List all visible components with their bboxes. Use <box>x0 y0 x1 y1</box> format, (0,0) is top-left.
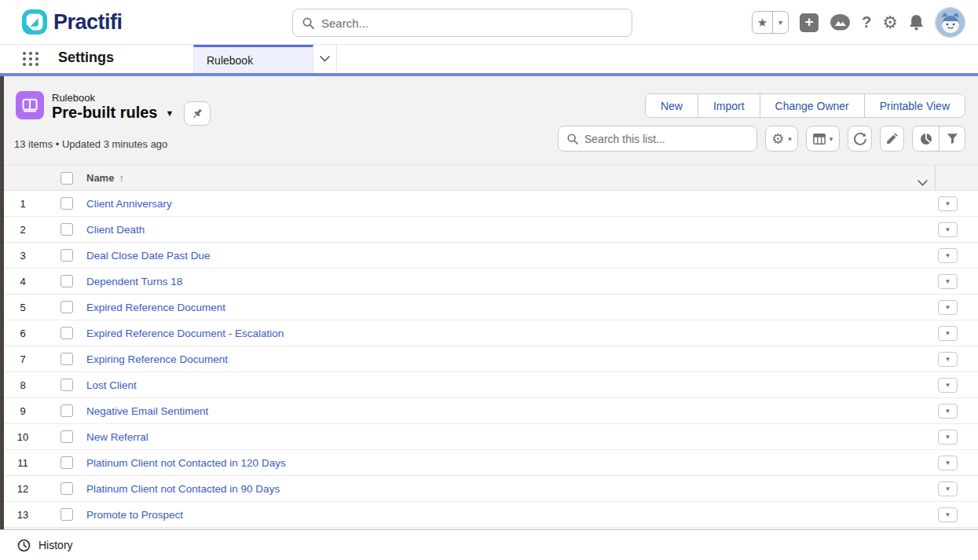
row-checkbox[interactable] <box>60 197 73 210</box>
row-checkbox[interactable] <box>60 275 73 287</box>
row-checkbox[interactable] <box>60 353 73 365</box>
global-search-input[interactable] <box>321 16 622 30</box>
import-button[interactable]: Import <box>698 94 760 117</box>
row-number: 12 <box>4 476 42 502</box>
display-as-button[interactable]: ▾ <box>806 126 840 152</box>
setup-gear-icon[interactable]: ⚙ <box>882 14 898 31</box>
refresh-icon <box>854 133 866 145</box>
list-search-input[interactable] <box>584 133 748 145</box>
row-checkbox[interactable] <box>60 327 73 339</box>
printable-view-button[interactable]: Printable View <box>864 94 965 117</box>
chevron-down-icon <box>320 56 330 62</box>
practifi-logo-icon <box>21 9 48 35</box>
row-actions-button[interactable]: ▼ <box>938 456 958 470</box>
notification-bell-icon[interactable] <box>909 14 924 31</box>
row-actions-button[interactable]: ▼ <box>938 481 958 496</box>
sort-ascending-arrow-icon: ↑ <box>119 172 124 184</box>
favorites-star-icon[interactable]: ★ <box>753 12 773 33</box>
column-header-name[interactable]: Name ↑ <box>86 172 124 184</box>
rule-link[interactable]: Lost Client <box>86 372 137 398</box>
column-options-button[interactable] <box>918 175 928 189</box>
rule-link[interactable]: Client Death <box>86 217 145 243</box>
chevron-down-icon: ▼ <box>945 279 951 285</box>
row-actions-button[interactable]: ▼ <box>938 196 958 211</box>
chevron-down-icon <box>918 180 928 186</box>
row-checkbox[interactable] <box>60 249 73 262</box>
pin-list-view-button[interactable] <box>184 101 211 126</box>
app-launcher-waffle-icon[interactable] <box>21 49 40 71</box>
tab-dropdown-button[interactable] <box>313 45 337 73</box>
table-body: 1 Client Anniversary ▼ 2 Client Death ▼ … <box>4 191 978 528</box>
rule-link[interactable]: Deal Close Date Past Due <box>86 243 211 269</box>
row-actions-button[interactable]: ▼ <box>938 326 958 341</box>
list-settings-button[interactable]: ⚙ ▾ <box>765 126 798 152</box>
table-row: 7 Expiring Reference Document ▼ <box>4 346 978 372</box>
row-number: 6 <box>4 320 42 346</box>
charts-button[interactable] <box>913 126 939 151</box>
list-search <box>558 126 757 152</box>
row-actions-button[interactable]: ▼ <box>938 274 958 289</box>
row-number: 9 <box>4 398 42 424</box>
row-actions-button[interactable]: ▼ <box>938 404 958 419</box>
global-search <box>292 9 632 37</box>
edit-button[interactable] <box>880 126 904 152</box>
row-checkbox[interactable] <box>60 482 73 495</box>
rule-link[interactable]: Expired Reference Document <box>86 295 225 320</box>
refresh-button[interactable] <box>848 126 872 152</box>
global-add-icon[interactable]: + <box>800 13 819 32</box>
history-utility-item[interactable]: History <box>38 539 73 551</box>
pencil-icon <box>886 133 898 145</box>
rule-link[interactable]: New Referral <box>86 424 148 450</box>
rulebook-object-tile <box>16 91 44 119</box>
rule-link[interactable]: Platinum Client not Contacted in 90 Days <box>86 476 280 502</box>
row-actions-button[interactable]: ▼ <box>938 300 958 315</box>
rule-link[interactable]: Client Anniversary <box>86 191 172 217</box>
row-actions-button[interactable]: ▼ <box>938 378 958 393</box>
chevron-down-icon: ▼ <box>945 331 951 337</box>
help-icon[interactable]: ? <box>862 13 871 31</box>
global-header-actions: ★ ▾ + ? ⚙ <box>752 0 965 45</box>
list-view-selector-caret-icon[interactable]: ▼ <box>165 108 174 118</box>
rule-link[interactable]: Negative Email Sentiment <box>86 398 208 424</box>
rule-link[interactable]: Expiring Reference Document <box>86 346 228 372</box>
tab-rulebook[interactable]: Rulebook <box>193 45 313 73</box>
row-actions-button[interactable]: ▼ <box>938 248 958 263</box>
list-view-title[interactable]: Pre-built rules <box>52 104 157 122</box>
row-checkbox[interactable] <box>60 223 73 236</box>
filters-button[interactable] <box>939 126 965 151</box>
row-actions-button[interactable]: ▼ <box>938 507 958 522</box>
change-owner-button[interactable]: Change Owner <box>760 94 864 117</box>
row-checkbox[interactable] <box>60 508 73 521</box>
practifi-logo[interactable]: Practifi <box>21 9 123 35</box>
table-row: 3 Deal Close Date Past Due ▼ <box>4 243 978 269</box>
row-checkbox[interactable] <box>60 404 73 417</box>
utility-bar: History <box>0 529 978 560</box>
avatar[interactable] <box>935 7 965 38</box>
global-header: Practifi ★ ▾ + ? ⚙ <box>0 0 978 45</box>
rule-link[interactable]: Expired Reference Document - Escalation <box>86 320 284 346</box>
practifi-app-window: Practifi ★ ▾ + ? ⚙ <box>0 0 978 560</box>
list-controls: ⚙ ▾ ▾ <box>558 126 965 152</box>
chevron-down-icon: ▼ <box>945 305 951 311</box>
trailhead-icon[interactable] <box>830 14 851 31</box>
app-tab-bar: Settings Rulebook <box>0 45 978 73</box>
select-all-checkbox[interactable] <box>60 172 73 185</box>
new-button[interactable]: New <box>646 94 698 117</box>
favorites-button: ★ ▾ <box>752 11 789 34</box>
row-checkbox[interactable] <box>60 379 73 391</box>
favorites-caret-icon[interactable]: ▾ <box>773 12 788 33</box>
rule-link[interactable]: Dependent Turns 18 <box>86 269 182 295</box>
rule-link[interactable]: Promote to Prospect <box>86 502 183 528</box>
row-actions-button[interactable]: ▼ <box>938 430 958 445</box>
rule-link[interactable]: Platinum Client not Contacted in 120 Day… <box>86 450 286 476</box>
app-name-label[interactable]: Settings <box>58 49 114 66</box>
row-actions-button[interactable]: ▼ <box>938 222 958 237</box>
table-row: 12 Platinum Client not Contacted in 90 D… <box>4 476 978 502</box>
row-number: 3 <box>4 243 42 269</box>
row-checkbox[interactable] <box>60 301 73 313</box>
row-checkbox[interactable] <box>60 430 73 443</box>
row-number: 10 <box>4 424 42 450</box>
row-actions-button[interactable]: ▼ <box>938 352 958 367</box>
row-checkbox[interactable] <box>60 456 73 469</box>
row-number: 2 <box>4 217 42 243</box>
